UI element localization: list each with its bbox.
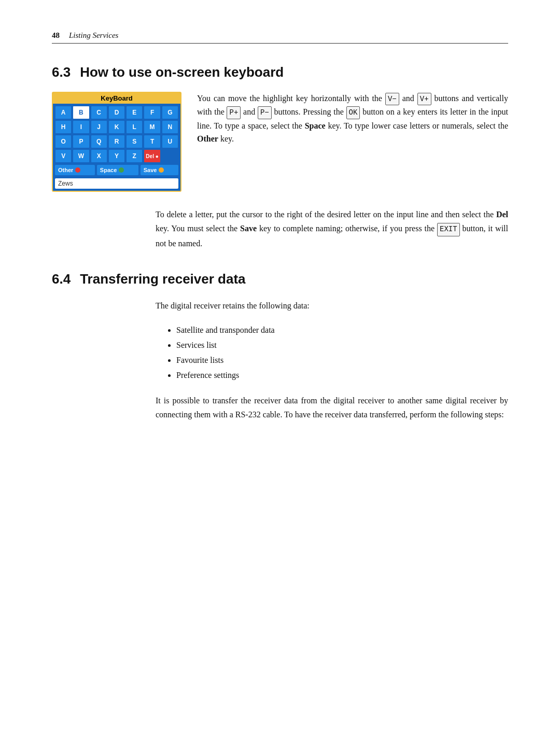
key-q[interactable]: Q — [91, 135, 107, 148]
section-63-title: 6.3How to use on-screen keyboard — [52, 64, 508, 80]
section-64-paragraph: It is possible to transfer the receiver … — [156, 393, 508, 421]
v-minus-key: V− — [385, 93, 399, 105]
space-label: Space — [100, 167, 117, 173]
section-64: 6.4Transferring receiver data The digita… — [52, 271, 508, 421]
key-m[interactable]: M — [144, 120, 160, 134]
bullet-list: Satellite and transponder data Services … — [176, 323, 508, 383]
key-c[interactable]: C — [91, 106, 107, 119]
section-63-content: KeyBoard A B C D E F G H I J K L M N O — [52, 92, 508, 192]
key-f[interactable]: F — [144, 106, 160, 119]
key-k[interactable]: K — [108, 120, 125, 134]
bullet-item-4: Preference settings — [176, 368, 508, 383]
key-e[interactable]: E — [126, 106, 143, 119]
key-p[interactable]: P — [73, 135, 89, 148]
key-h[interactable]: H — [55, 120, 72, 134]
section-63: 6.3How to use on-screen keyboard KeyBoar… — [52, 64, 508, 250]
red-dot-icon — [75, 167, 80, 173]
key-i[interactable]: I — [73, 120, 89, 134]
key-l[interactable]: L — [126, 120, 143, 134]
section-63-below: To delete a letter, put the cursor to th… — [156, 207, 508, 250]
exit-key: EXIT — [437, 223, 460, 236]
del-text: Del — [496, 210, 508, 219]
section-64-title: 6.4Transferring receiver data — [52, 271, 508, 287]
key-w[interactable]: W — [73, 149, 89, 163]
key-s[interactable]: S — [126, 135, 143, 148]
ok-key: OK — [346, 106, 360, 119]
keyboard-title-bar: KeyBoard — [53, 93, 180, 104]
keyboard-bottom-row: Other Space Save — [53, 164, 180, 177]
page-number: 48 — [52, 31, 60, 40]
p-minus-key: P− — [258, 106, 272, 119]
key-j[interactable]: J — [91, 120, 107, 134]
keyboard-grid: A B C D E F G H I J K L M N O P Q R S — [53, 104, 180, 164]
key-other[interactable]: Other — [55, 165, 95, 175]
save-text: Save — [240, 224, 257, 233]
keyboard-input-row: Zews — [53, 177, 180, 191]
keyboard-input-field[interactable]: Zews — [55, 178, 178, 189]
p-plus-key: P+ — [227, 106, 241, 119]
section-63-description: You can move the highlight key horizonta… — [197, 92, 508, 192]
page-header-title: Listing Services — [69, 31, 118, 40]
save-label: Save — [144, 167, 157, 173]
section-63-below-text: To delete a letter, put the cursor to th… — [156, 207, 508, 250]
other-text: Other — [197, 134, 218, 143]
key-save[interactable]: Save — [141, 165, 178, 175]
key-y[interactable]: Y — [108, 149, 125, 163]
key-n[interactable]: N — [162, 120, 178, 134]
other-label: Other — [58, 167, 73, 173]
key-b[interactable]: B — [73, 106, 89, 119]
yellow-dot-icon — [159, 167, 164, 173]
section-64-intro: The digital receiver retains the followi… — [156, 299, 508, 313]
key-space[interactable]: Space — [97, 165, 138, 175]
key-del[interactable]: Del ● — [144, 149, 160, 163]
key-d[interactable]: D — [108, 106, 125, 119]
section-63-number: 6.3 — [52, 64, 71, 80]
key-a[interactable]: A — [55, 106, 72, 119]
bullet-item-1: Satellite and transponder data — [176, 323, 508, 338]
bullet-item-2: Services list — [176, 338, 508, 353]
section-63-desc-text: You can move the highlight key horizonta… — [197, 92, 508, 146]
section-64-number: 6.4 — [52, 271, 71, 287]
key-o[interactable]: O — [55, 135, 72, 148]
key-u[interactable]: U — [162, 135, 178, 148]
key-r[interactable]: R — [108, 135, 125, 148]
key-v[interactable]: V — [55, 149, 72, 163]
bullet-item-3: Favourite lists — [176, 353, 508, 368]
page-header: 48 Listing Services — [52, 31, 508, 44]
key-z[interactable]: Z — [126, 149, 143, 163]
v-plus-key: V+ — [417, 93, 431, 105]
key-empty — [162, 149, 178, 163]
green-dot-icon — [119, 167, 124, 173]
keyboard-widget: KeyBoard A B C D E F G H I J K L M N O — [52, 92, 181, 192]
space-text: Space — [305, 121, 326, 130]
key-x[interactable]: X — [91, 149, 107, 163]
key-g[interactable]: G — [162, 106, 178, 119]
key-t[interactable]: T — [144, 135, 160, 148]
